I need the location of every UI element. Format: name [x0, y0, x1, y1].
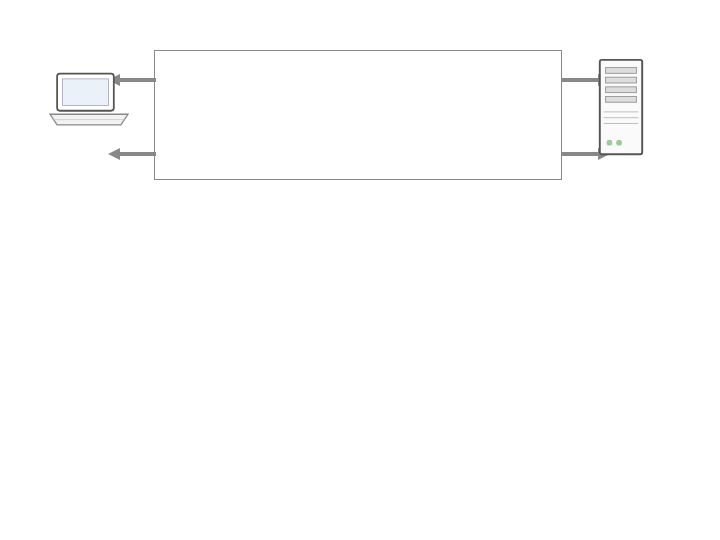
arrow-left-icon	[108, 148, 156, 160]
svg-rect-4	[606, 68, 637, 74]
svg-point-11	[607, 140, 613, 146]
svg-rect-6	[606, 87, 637, 93]
slide-title	[0, 0, 720, 20]
svg-rect-7	[606, 96, 637, 102]
server-icon	[592, 56, 650, 170]
svg-rect-1	[62, 79, 108, 106]
svg-rect-5	[606, 77, 637, 83]
connection-box	[154, 50, 562, 180]
client-icon	[44, 70, 134, 140]
svg-point-12	[616, 140, 622, 146]
svg-rect-3	[600, 60, 642, 154]
diagram	[30, 28, 690, 228]
